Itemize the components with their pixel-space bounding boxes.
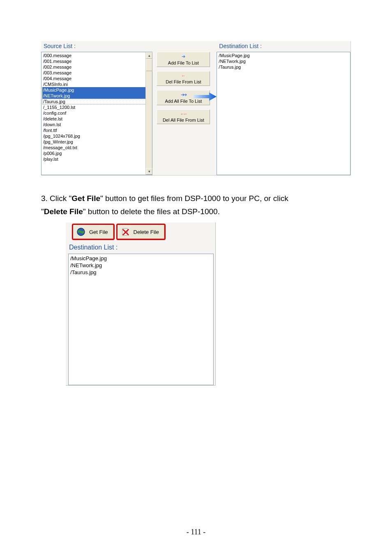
list-item[interactable]: /003.message (42, 70, 151, 76)
list-item[interactable]: /Taurus.jpg (42, 99, 151, 104)
list-item[interactable]: /004.message (42, 76, 151, 81)
list-item[interactable]: /play.lst (42, 156, 151, 162)
list-item[interactable]: /config.conf (42, 110, 151, 116)
destination-list-label: Destination List : (68, 241, 214, 254)
button-label: Delete File (134, 229, 159, 235)
list-item[interactable]: /jpg_Winter.jpg (42, 139, 151, 145)
page-number: - 111 - (0, 528, 392, 536)
delete-x-icon (120, 227, 130, 237)
source-listbox[interactable]: /000.message/001.message/002.message/003… (41, 52, 152, 175)
button-label: Get File (89, 229, 108, 235)
file-transfer-panel: Source List : /000.message/001.message/0… (41, 41, 351, 176)
list-item[interactable]: /002.message (42, 64, 151, 70)
del-file-button[interactable]: ← Del File From List (157, 71, 210, 86)
list-item[interactable]: /font.ttf (42, 127, 151, 133)
list-item[interactable]: /NETwork.jpg (70, 262, 212, 269)
get-file-button[interactable]: Get File (73, 225, 113, 239)
list-item[interactable]: /delete.lst (42, 116, 151, 122)
list-item[interactable]: /p006.jpg (42, 150, 151, 156)
destination-listbox[interactable]: /MusicPage.jpg/NETwork.jpg/Taurus.jpg (68, 254, 214, 385)
arrow-right-icon: ➔ (159, 54, 208, 59)
scroll-thumb[interactable] (146, 59, 152, 71)
list-item[interactable]: /CMSInfo.ini (42, 81, 151, 87)
list-item[interactable]: /001.message (42, 58, 151, 64)
double-arrow-left-icon: ←← (159, 111, 208, 116)
list-item[interactable]: /_1155_1200.lst (42, 104, 151, 110)
button-label: Add File To List (168, 60, 199, 65)
destination-list-label: Destination List : (217, 41, 350, 52)
delete-file-button[interactable]: Delete File (118, 225, 164, 239)
source-list-label: Source List : (41, 41, 152, 52)
scroll-up-button[interactable]: ▴ (146, 52, 152, 59)
globe-icon (76, 227, 86, 237)
button-label: Del All File From List (163, 118, 204, 122)
scrollbar[interactable]: ▴ ▾ (145, 52, 152, 175)
scroll-down-button[interactable]: ▾ (146, 168, 152, 175)
list-item[interactable]: /down.lst (42, 122, 151, 127)
transfer-arrow-icon (194, 92, 217, 101)
button-label: Del File From List (166, 79, 201, 84)
list-item[interactable]: /NETwork.jpg (42, 93, 151, 99)
list-item[interactable]: /Taurus.jpg (70, 269, 212, 276)
add-file-button[interactable]: ➔ Add File To List (157, 52, 210, 67)
arrow-left-icon: ← (159, 73, 208, 78)
list-item[interactable]: /Taurus.jpg (218, 64, 349, 70)
list-item[interactable]: /jpg_1024x768.jpg (42, 133, 151, 139)
list-item[interactable]: /MusicPage.jpg (70, 255, 212, 262)
instruction-text: 3. Click "Get File" button to get files … (41, 192, 351, 218)
list-item[interactable]: /MusicPage.jpg (218, 53, 349, 58)
list-item[interactable]: /NETwork.jpg (218, 58, 349, 64)
destination-listbox[interactable]: /MusicPage.jpg/NETwork.jpg/Taurus.jpg (217, 52, 350, 175)
list-item[interactable]: /000.message (42, 53, 151, 58)
list-item[interactable]: /message_old.txt (42, 145, 151, 150)
svg-marker-0 (194, 92, 217, 101)
list-item[interactable]: /MusicPage.jpg (42, 87, 151, 93)
del-all-button[interactable]: ←← Del All File From List (157, 109, 210, 124)
destination-panel: Get File Delete File Destination List : (66, 222, 216, 386)
